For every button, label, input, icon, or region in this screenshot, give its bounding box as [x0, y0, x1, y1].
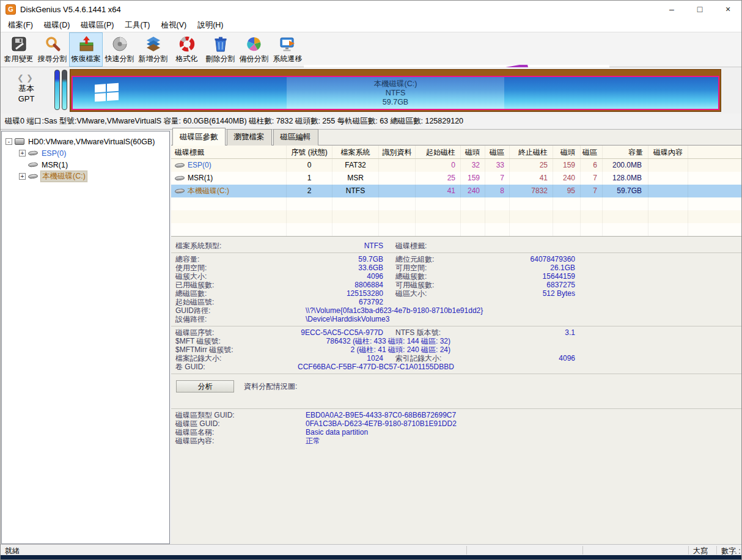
menu-view[interactable]: 檢視(V) [155, 19, 192, 32]
tree-item-label: 本機磁碟(C:) [40, 171, 87, 182]
detail-label: 卷 GUID: [175, 363, 298, 371]
tree-item-hd0[interactable]: - HD0:VMware,VMwareVirtualS(60GB) [2, 136, 169, 147]
details-fs-section: 檔案系統類型: NTFS 磁碟標籤: [171, 240, 742, 253]
system-migration-button[interactable]: 系統遷移 [271, 32, 304, 67]
apply-changes-button[interactable]: 套用變更 [2, 32, 35, 67]
format-button[interactable]: 格式化 [170, 32, 204, 67]
tree-item-label: MSR(1) [40, 161, 69, 169]
cell-capacity: 59.7GB [603, 185, 648, 197]
status-divider [582, 546, 583, 554]
table-header-row: 磁碟標籤 序號 (狀態) 檔案系統 識別資料 起始磁柱 磁頭 磁區 終止磁柱 磁… [171, 146, 742, 159]
mini-partition-esp[interactable] [54, 70, 60, 110]
tab-strip: 磁碟區參數 瀏覽檔案 磁區編輯 [171, 130, 742, 146]
disk-overview-panel: ❮❯ 基本 GPT 本機磁碟(C:) NTFS 59.7GB [0, 67, 742, 114]
detail-label: 起始磁區號: [175, 298, 298, 306]
col-header[interactable]: 終止磁柱 [510, 146, 553, 158]
detail-value: EBD0A0A2-B9E5-4433-87C0-68B6B72699C7 [298, 411, 456, 419]
cell-label-text: MSR(1) [188, 172, 213, 185]
quick-partition-button[interactable]: 快速分割 [103, 32, 136, 67]
partition-icon [175, 163, 185, 168]
cell-serial: 0 [287, 159, 332, 172]
col-header[interactable]: 序號 (狀態) [287, 146, 332, 158]
maximize-button[interactable]: □ [686, 0, 714, 18]
detail-value: 6837275 [487, 281, 575, 289]
detail-label: 可用空間: [395, 263, 487, 272]
col-header[interactable]: 磁頭 [461, 146, 485, 158]
expand-icon[interactable]: + [19, 173, 26, 180]
col-header[interactable]: 磁碟內容 [648, 146, 688, 158]
detail-label: 已用磁簇數: [175, 281, 298, 289]
tool-label: 新增分割 [139, 54, 168, 64]
resize-grip[interactable] [735, 548, 741, 554]
detail-value: 2 (磁柱: 41 磁頭: 240 磁區: 24) [298, 345, 450, 354]
col-header[interactable]: 起始磁柱 [416, 146, 461, 158]
col-header[interactable]: 檔案系統 [332, 146, 379, 158]
col-header[interactable]: 識別資料 [379, 146, 416, 158]
new-partition-layers-icon [145, 35, 162, 53]
mini-partition-msr[interactable] [62, 70, 67, 110]
cell-start-sec: 8 [485, 185, 510, 197]
tab-browse-files[interactable]: 瀏覽檔案 [227, 129, 272, 146]
cell-capacity: 128.0MB [603, 172, 648, 185]
minimize-button[interactable]: – [658, 0, 686, 18]
partition-icon [28, 174, 39, 179]
backup-partition-button[interactable]: 備份分割 [237, 32, 271, 67]
cell-start-cyl: 0 [416, 159, 461, 172]
new-partition-button[interactable]: 新增分割 [136, 32, 170, 67]
tree-item-esp[interactable]: + ESP(0) [2, 147, 169, 159]
cell-end-sec: 7 [581, 172, 603, 185]
floppy-apply-icon [10, 35, 28, 53]
prev-disk-arrow-icon[interactable]: ❮ [17, 73, 26, 83]
details-guid-section: 磁碟區類型 GUID:EBD0A0A2-B9E5-4433-87C0-68B6B… [171, 409, 742, 448]
table-row-esp[interactable]: ESP(0) 0 FAT32 0 32 33 25 159 6 200.0MB [171, 159, 742, 172]
detail-value: \Device\HarddiskVolume3 [298, 315, 389, 323]
partition-bar[interactable]: 本機磁碟(C:) NTFS 59.7GB [70, 69, 721, 112]
partition-icon [175, 188, 185, 194]
detail-label: 檔案記錄大小: [175, 354, 298, 363]
close-button[interactable]: × [714, 0, 742, 18]
detail-label: 磁碟區類型 GUID: [175, 411, 298, 419]
cell-start-head: 32 [461, 159, 485, 172]
window-controls: – □ × [658, 0, 742, 18]
disk-nav: ❮❯ 基本 GPT [0, 73, 53, 104]
menu-bar: 檔案(F) 磁碟(D) 磁碟區(P) 工具(T) 檢視(V) 說明(H) [0, 18, 742, 32]
partition-icon [175, 175, 185, 181]
tree-item-c-drive[interactable]: + 本機磁碟(C:) [2, 171, 169, 182]
detail-label: 使用空間: [175, 263, 298, 272]
detail-value: 125153280 [298, 289, 383, 298]
detail-value: 33.6GB [298, 263, 383, 272]
tab-partition-parameters[interactable]: 磁碟區參數 [172, 128, 226, 146]
partition-bar-c[interactable]: 本機磁碟(C:) NTFS 59.7GB [72, 76, 719, 110]
status-divider [466, 546, 467, 554]
menu-partition[interactable]: 磁碟區(P) [75, 19, 119, 32]
table-row-msr[interactable]: MSR(1) 1 MSR 25 159 7 41 240 7 128.0MB [171, 172, 742, 185]
expand-icon[interactable]: + [19, 150, 26, 157]
menu-file[interactable]: 檔案(F) [2, 19, 39, 32]
search-partition-button[interactable]: 搜尋分割 [35, 32, 69, 67]
partition-size: 59.7GB [383, 98, 408, 107]
main-panel: 磁碟區參數 瀏覽檔案 磁區編輯 磁碟標籤 序號 (狀態) 檔案系統 識別資料 起… [171, 130, 742, 544]
recover-files-button[interactable]: 恢復檔案 [69, 32, 103, 67]
detail-value: 64078479360 [487, 255, 575, 263]
col-header[interactable]: 磁區 [485, 146, 510, 158]
col-header[interactable]: 磁區 [581, 146, 603, 158]
details-capacity-section: 總容量:59.7GB總位元組數:64078479360 使用空間:33.6GB可… [171, 253, 742, 326]
menu-disk[interactable]: 磁碟(D) [39, 19, 75, 32]
expand-collapse-icon[interactable]: - [6, 138, 12, 145]
trash-icon [212, 35, 229, 53]
menu-help[interactable]: 說明(H) [192, 19, 229, 32]
table-row-c-drive-selected[interactable]: 本機磁碟(C:) 2 NTFS 41 240 8 7832 95 7 59.7G… [171, 185, 742, 197]
cell-content [648, 185, 688, 197]
cell-serial: 1 [287, 172, 332, 185]
col-header[interactable]: 容量 [603, 146, 648, 158]
col-header[interactable]: 磁碟標籤 [171, 146, 287, 158]
detail-value: 15644159 [487, 272, 575, 281]
tree-item-msr[interactable]: MSR(1) [2, 159, 169, 171]
next-disk-arrow-icon[interactable]: ❯ [26, 73, 35, 83]
cell-end-cyl: 7832 [510, 185, 553, 197]
tab-sector-edit[interactable]: 磁區編輯 [273, 129, 318, 146]
delete-partition-button[interactable]: 刪除分割 [204, 32, 237, 67]
menu-tools[interactable]: 工具(T) [120, 19, 156, 32]
analyze-button[interactable]: 分析 [176, 380, 234, 392]
col-header[interactable]: 磁頭 [553, 146, 581, 158]
